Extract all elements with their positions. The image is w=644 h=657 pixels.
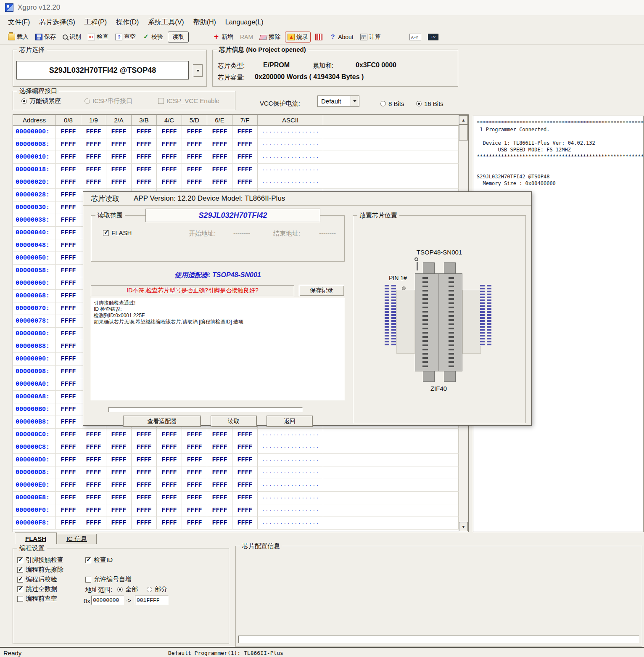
hex-value-cell[interactable]: FFFF: [56, 517, 81, 529]
hex-value-cell[interactable]: FFFF: [81, 466, 106, 479]
radio-universal-socket[interactable]: 万能锁紧座: [21, 97, 61, 105]
tab-ic-info[interactable]: IC 信息: [57, 534, 97, 544]
hex-value-cell[interactable]: FFFF: [132, 492, 157, 504]
hex-value-cell[interactable]: FFFF: [56, 176, 81, 188]
burn-button[interactable]: 烧录: [285, 32, 311, 42]
range-end-input[interactable]: [135, 596, 169, 605]
hex-value-cell[interactable]: FFFF: [207, 441, 232, 453]
hex-value-cell[interactable]: FFFF: [56, 466, 81, 479]
chevron-down-icon[interactable]: [351, 96, 359, 106]
hex-value-cell[interactable]: FFFF: [81, 429, 106, 441]
radio-8-bits[interactable]: 8 Bits: [380, 100, 404, 107]
hex-value-cell[interactable]: FFFF: [207, 138, 232, 151]
hex-value-cell[interactable]: FFFF: [232, 429, 258, 441]
hex-value-cell[interactable]: FFFF: [157, 479, 182, 491]
dialog-message-box[interactable]: 引脚接触检查通过! ID 检查错误: 检测到ID:0x0001 225F 如果确…: [91, 298, 345, 400]
checkbox-flash[interactable]: FLASH: [103, 229, 132, 236]
hex-value-cell[interactable]: FFFF: [157, 164, 182, 176]
menu-chip-select[interactable]: 芯片选择(S): [34, 16, 79, 29]
chip-select-combo[interactable]: S29JL032H70TFI42 @TSOP48: [16, 61, 189, 79]
hex-value-cell[interactable]: FFFF: [132, 517, 157, 529]
hex-value-cell[interactable]: FFFF: [106, 176, 132, 188]
hex-value-cell[interactable]: FFFF: [157, 429, 182, 441]
scroll-down-button[interactable]: [459, 522, 468, 531]
hex-value-cell[interactable]: FFFF: [106, 126, 132, 138]
hex-value-cell[interactable]: FFFF: [182, 466, 207, 479]
hex-value-cell[interactable]: FFFF: [232, 138, 258, 151]
hex-value-cell[interactable]: FFFF: [182, 138, 207, 151]
radio-range-part[interactable]: 部分: [147, 585, 167, 593]
scrollbar-thumb[interactable]: [459, 125, 468, 140]
hex-value-cell[interactable]: FFFF: [182, 492, 207, 504]
hex-value-cell[interactable]: FFFF: [56, 454, 81, 466]
menu-file[interactable]: 文件(F): [3, 16, 34, 29]
hex-value-cell[interactable]: FFFF: [56, 138, 81, 151]
check-id-button[interactable]: 检查: [86, 32, 111, 42]
hex-value-cell[interactable]: FFFF: [106, 429, 132, 441]
hex-value-cell[interactable]: FFFF: [207, 164, 232, 176]
hex-value-cell[interactable]: FFFF: [56, 479, 81, 491]
hex-value-cell[interactable]: FFFF: [81, 164, 106, 176]
hex-value-cell[interactable]: FFFF: [106, 454, 132, 466]
hex-value-cell[interactable]: FFFF: [81, 504, 106, 517]
menu-system-tools[interactable]: 系统工具(V): [143, 16, 188, 29]
calc-button[interactable]: 计算: [358, 32, 383, 42]
hex-value-cell[interactable]: FFFF: [132, 126, 157, 138]
about-button[interactable]: About: [327, 32, 356, 42]
checkbox-skip-blank-data[interactable]: 跳过空数据: [17, 585, 57, 593]
hex-value-cell[interactable]: FFFF: [157, 151, 182, 163]
hex-value-cell[interactable]: FFFF: [232, 126, 258, 138]
checkbox-check-id[interactable]: 检查ID: [85, 556, 113, 564]
menu-operation[interactable]: 操作(D): [111, 16, 143, 29]
hex-value-cell[interactable]: FFFF: [132, 479, 157, 491]
hex-value-cell[interactable]: FFFF: [182, 164, 207, 176]
hex-value-cell[interactable]: FFFF: [132, 441, 157, 453]
hex-value-cell[interactable]: FFFF: [56, 391, 81, 403]
hex-value-cell[interactable]: FFFF: [207, 429, 232, 441]
hex-value-cell[interactable]: FFFF: [182, 479, 207, 491]
hex-value-cell[interactable]: FFFF: [232, 517, 258, 529]
hex-value-cell[interactable]: FFFF: [232, 454, 258, 466]
hex-value-cell[interactable]: FFFF: [182, 454, 207, 466]
hex-value-cell[interactable]: FFFF: [81, 151, 106, 163]
checkbox-verify-after-program[interactable]: 编程后校验: [17, 575, 57, 583]
hex-value-cell[interactable]: FFFF: [157, 176, 182, 188]
hex-value-cell[interactable]: FFFF: [132, 164, 157, 176]
auto-detect-button[interactable]: 识别: [61, 32, 83, 42]
hex-value-cell[interactable]: FFFF: [106, 517, 132, 529]
hex-value-cell[interactable]: FFFF: [157, 454, 182, 466]
hex-value-cell[interactable]: FFFF: [207, 126, 232, 138]
vcc-current-combo[interactable]: Default: [317, 95, 359, 107]
hex-value-cell[interactable]: FFFF: [56, 441, 81, 453]
save-record-button[interactable]: 保存记录: [299, 285, 344, 296]
hex-value-cell[interactable]: FFFF: [132, 176, 157, 188]
hex-value-cell[interactable]: FFFF: [182, 429, 207, 441]
hex-value-cell[interactable]: FFFF: [207, 466, 232, 479]
menu-help[interactable]: 帮助(H): [189, 16, 221, 29]
hex-value-cell[interactable]: FFFF: [182, 441, 207, 453]
hex-value-cell[interactable]: FFFF: [56, 340, 81, 352]
hex-value-cell[interactable]: FFFF: [81, 441, 106, 453]
tab-flash[interactable]: FLASH: [15, 532, 57, 544]
hex-value-cell[interactable]: FFFF: [157, 504, 182, 517]
hex-value-cell[interactable]: FFFF: [81, 492, 106, 504]
ram-button[interactable]: RAM: [238, 32, 255, 42]
hex-value-cell[interactable]: FFFF: [56, 126, 81, 138]
hex-value-cell[interactable]: FFFF: [132, 429, 157, 441]
hex-value-cell[interactable]: FFFF: [232, 492, 258, 504]
radio-16-bits[interactable]: 16 Bits: [416, 100, 443, 107]
save-button[interactable]: 保存: [33, 32, 58, 42]
hex-value-cell[interactable]: FFFF: [56, 189, 81, 201]
hex-value-cell[interactable]: FFFF: [106, 164, 132, 176]
hex-value-cell[interactable]: FFFF: [132, 138, 157, 151]
hex-value-cell[interactable]: FFFF: [81, 454, 106, 466]
hex-value-cell[interactable]: FFFF: [56, 378, 81, 390]
hex-value-cell[interactable]: FFFF: [81, 176, 106, 188]
hex-value-cell[interactable]: FFFF: [132, 454, 157, 466]
hex-value-cell[interactable]: FFFF: [56, 315, 81, 327]
back-button[interactable]: 返回: [267, 416, 313, 427]
hex-value-cell[interactable]: FFFF: [56, 290, 81, 302]
hex-value-cell[interactable]: FFFF: [232, 479, 258, 491]
hex-value-cell[interactable]: FFFF: [56, 366, 81, 378]
hex-value-cell[interactable]: FFFF: [157, 517, 182, 529]
